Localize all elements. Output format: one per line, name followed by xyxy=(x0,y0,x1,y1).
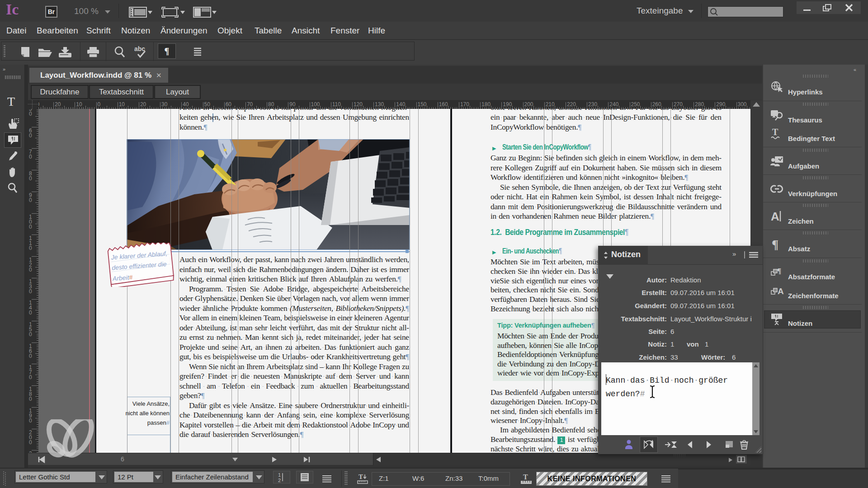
svg-text:¶: ¶ xyxy=(772,237,778,251)
svg-text:abc: abc xyxy=(134,45,145,52)
svg-text:A: A xyxy=(771,210,779,223)
svg-text:2: 2 xyxy=(278,478,281,483)
svg-text:T: T xyxy=(359,473,363,480)
svg-text:T: T xyxy=(523,473,528,481)
svg-text:Arbeit#: Arbeit# xyxy=(112,273,133,282)
svg-text:¶: ¶ xyxy=(777,267,781,275)
svg-text:T: T xyxy=(772,127,778,137)
svg-text:1: 1 xyxy=(278,472,281,478)
svg-text:A: A xyxy=(778,286,784,296)
